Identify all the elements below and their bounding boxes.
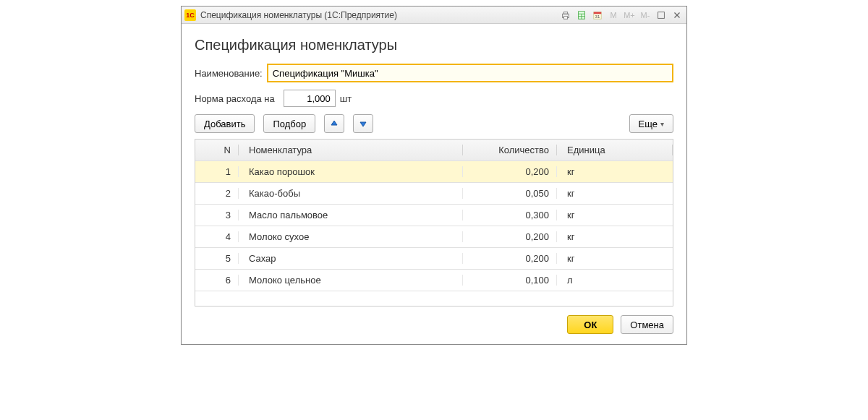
- cell-unit: кг: [557, 166, 673, 177]
- app-window: 1С Спецификация номенклатуры (1С:Предпри…: [181, 6, 687, 345]
- cell-nom: Масло пальмовое: [239, 210, 463, 220]
- cell-n: 2: [195, 188, 239, 199]
- cell-n: 6: [195, 275, 239, 286]
- col-header-n[interactable]: N: [195, 145, 239, 155]
- move-up-button[interactable]: [324, 114, 344, 133]
- memory-m-button[interactable]: M: [607, 9, 620, 21]
- cell-qty: 0,200: [463, 166, 557, 177]
- name-input[interactable]: [267, 64, 673, 82]
- cell-qty: 0,050: [463, 188, 557, 199]
- name-row: Наименование:: [195, 64, 673, 82]
- cancel-button[interactable]: Отмена: [621, 315, 673, 334]
- table-row[interactable]: 2Какао-бобы0,050кг: [195, 183, 673, 205]
- cell-n: 1: [195, 166, 239, 177]
- move-down-button[interactable]: [353, 114, 373, 133]
- col-header-unit[interactable]: Единица: [557, 145, 673, 155]
- minimize-icon[interactable]: [655, 9, 668, 21]
- cell-unit: кг: [557, 231, 673, 242]
- cell-unit: кг: [557, 210, 673, 220]
- cell-qty: 0,200: [463, 253, 557, 264]
- cell-unit: кг: [557, 188, 673, 199]
- table-row[interactable]: 6Молоко цельное0,100л: [195, 270, 673, 291]
- name-label: Наименование:: [195, 68, 263, 79]
- titlebar-tools: 31 M M+ M-: [559, 9, 684, 21]
- svg-rect-2: [563, 16, 567, 19]
- content-area: Спецификация номенклатуры Наименование: …: [182, 24, 686, 344]
- app-logo-icon: 1С: [184, 9, 196, 21]
- ok-button[interactable]: ОК: [567, 315, 613, 334]
- pick-button[interactable]: Подбор: [263, 114, 315, 133]
- cell-qty: 0,300: [463, 210, 557, 220]
- rate-unit: шт: [340, 93, 352, 104]
- rate-label: Норма расхода на: [195, 93, 275, 104]
- cell-n: 4: [195, 231, 239, 242]
- more-button[interactable]: Еще: [629, 114, 673, 133]
- footer: ОК Отмена: [195, 307, 673, 334]
- cell-unit: кг: [557, 253, 673, 264]
- cell-n: 3: [195, 210, 239, 220]
- grid: N Номенклатура Количество Единица 1Какао…: [195, 139, 673, 307]
- cell-nom: Молоко сухое: [239, 231, 463, 242]
- cell-unit: л: [557, 275, 673, 286]
- cell-nom: Сахар: [239, 253, 463, 264]
- col-header-nom[interactable]: Номенклатура: [239, 145, 463, 155]
- svg-rect-1: [563, 12, 567, 14]
- rate-input[interactable]: [284, 90, 336, 107]
- calendar-icon[interactable]: 31: [591, 9, 604, 21]
- table-row[interactable]: 3Масло пальмовое0,300кг: [195, 205, 673, 226]
- memory-mminus-button[interactable]: M-: [639, 9, 652, 21]
- col-header-qty[interactable]: Количество: [463, 145, 557, 155]
- grid-body: 1Какао порошок0,200кг2Какао-бобы0,050кг3…: [195, 161, 673, 306]
- cell-n: 5: [195, 253, 239, 264]
- svg-rect-10: [658, 12, 665, 18]
- window-title: Спецификация номенклатуры (1С:Предприяти…: [200, 10, 559, 20]
- cell-nom: Молоко цельное: [239, 275, 463, 286]
- titlebar: 1С Спецификация номенклатуры (1С:Предпри…: [182, 7, 686, 24]
- table-row[interactable]: 4Молоко сухое0,200кг: [195, 226, 673, 248]
- calculator-icon[interactable]: [575, 9, 588, 21]
- table-row[interactable]: 1Какао порошок0,200кг: [195, 161, 673, 183]
- toolbar: Добавить Подбор Еще: [195, 114, 673, 133]
- cell-nom: Какао порошок: [239, 166, 463, 177]
- cell-nom: Какао-бобы: [239, 188, 463, 199]
- close-icon[interactable]: [671, 9, 684, 21]
- memory-mplus-button[interactable]: M+: [623, 9, 636, 21]
- table-row[interactable]: 5Сахар0,200кг: [195, 248, 673, 270]
- grid-header: N Номенклатура Количество Единица: [195, 140, 673, 161]
- print-icon[interactable]: [559, 9, 572, 21]
- add-button[interactable]: Добавить: [195, 114, 255, 133]
- cell-qty: 0,100: [463, 275, 557, 286]
- rate-row: Норма расхода на шт: [195, 90, 673, 107]
- svg-text:31: 31: [595, 13, 600, 18]
- page-title: Спецификация номенклатуры: [195, 37, 673, 53]
- cell-qty: 0,200: [463, 231, 557, 242]
